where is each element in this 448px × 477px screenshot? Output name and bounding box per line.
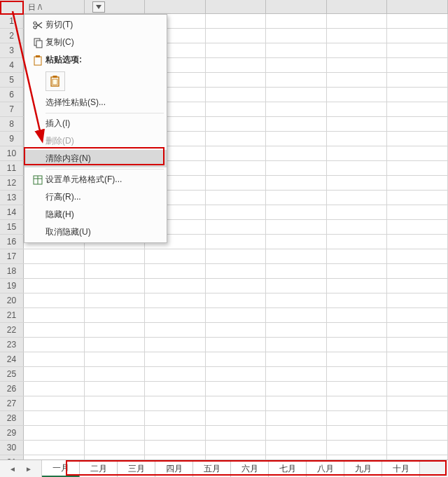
cell[interactable]: [327, 117, 388, 131]
cell[interactable]: [387, 102, 448, 116]
cell[interactable]: [206, 367, 267, 381]
row-header[interactable]: 12: [0, 176, 24, 190]
row-header[interactable]: 14: [0, 205, 24, 219]
cell[interactable]: [387, 279, 448, 293]
row-header[interactable]: 25: [0, 367, 24, 381]
cell[interactable]: [266, 146, 327, 160]
row-header[interactable]: 15: [0, 220, 24, 234]
cell[interactable]: [387, 220, 448, 234]
cell[interactable]: [85, 264, 146, 278]
menu-format-cells[interactable]: 设置单元格格式(F)...: [24, 171, 167, 188]
sheet-tab[interactable]: 一月: [42, 460, 80, 477]
select-all-corner[interactable]: [0, 0, 24, 14]
cell[interactable]: [266, 426, 327, 440]
cell[interactable]: [327, 264, 388, 278]
cell[interactable]: [387, 249, 448, 263]
menu-paste-special[interactable]: 选择性粘贴(S)...: [24, 94, 167, 111]
cell[interactable]: [387, 161, 448, 175]
menu-cut[interactable]: 剪切(T): [24, 16, 167, 34]
cell[interactable]: [85, 382, 146, 396]
sheet-tab[interactable]: 六月: [231, 460, 269, 477]
sheet-tab[interactable]: 三月: [118, 460, 155, 477]
cell[interactable]: [206, 58, 267, 72]
row-header[interactable]: 23: [0, 338, 24, 352]
cell[interactable]: [206, 102, 267, 116]
cell[interactable]: [266, 29, 327, 43]
cell[interactable]: [387, 14, 448, 28]
cell[interactable]: [206, 132, 267, 146]
cell[interactable]: [387, 117, 448, 131]
cell[interactable]: [24, 396, 85, 410]
row-header[interactable]: 26: [0, 382, 24, 396]
cell[interactable]: [266, 338, 327, 352]
cell[interactable]: [327, 88, 388, 102]
cell[interactable]: [24, 264, 85, 278]
cell[interactable]: [327, 308, 388, 322]
cell[interactable]: [387, 338, 448, 352]
cell[interactable]: [206, 235, 267, 249]
sheet-tab[interactable]: 五月: [193, 460, 231, 477]
cell[interactable]: [266, 73, 327, 87]
cell[interactable]: [145, 249, 206, 263]
cell[interactable]: [327, 73, 388, 87]
cell[interactable]: [206, 352, 267, 366]
cell[interactable]: [266, 235, 327, 249]
menu-clear-contents[interactable]: 清除内容(N): [24, 150, 167, 167]
cell[interactable]: [387, 146, 448, 160]
cell[interactable]: [206, 88, 267, 102]
cell[interactable]: [206, 73, 267, 87]
cell[interactable]: [266, 411, 327, 425]
cell[interactable]: [24, 249, 85, 263]
cell[interactable]: [145, 308, 206, 322]
cell[interactable]: [327, 382, 388, 396]
cell[interactable]: [206, 308, 267, 322]
cell[interactable]: [387, 323, 448, 337]
cell[interactable]: [327, 29, 388, 43]
cell[interactable]: [387, 352, 448, 366]
cell[interactable]: [266, 43, 327, 57]
row-header[interactable]: 17: [0, 249, 24, 263]
cell[interactable]: [85, 367, 146, 381]
cell[interactable]: [206, 191, 267, 205]
col-header-g[interactable]: [387, 0, 448, 13]
cell[interactable]: [24, 426, 85, 440]
cell[interactable]: [85, 308, 146, 322]
cell[interactable]: [206, 441, 267, 455]
cell[interactable]: [266, 176, 327, 190]
cell[interactable]: [145, 293, 206, 307]
cell[interactable]: [327, 14, 388, 28]
cell[interactable]: [85, 249, 146, 263]
col-header-d[interactable]: [206, 0, 267, 13]
row-header[interactable]: 4: [0, 58, 24, 72]
cell[interactable]: [24, 338, 85, 352]
cell[interactable]: [266, 396, 327, 410]
cell[interactable]: [145, 441, 206, 455]
cell[interactable]: [387, 264, 448, 278]
row-header[interactable]: 22: [0, 323, 24, 337]
sheet-tab[interactable]: 二月: [80, 460, 118, 477]
cell[interactable]: [206, 426, 267, 440]
cell[interactable]: [327, 146, 388, 160]
row-header[interactable]: 11: [0, 161, 24, 175]
cell[interactable]: [24, 411, 85, 425]
cell[interactable]: [387, 426, 448, 440]
cell[interactable]: [206, 382, 267, 396]
cell[interactable]: [387, 43, 448, 57]
cell[interactable]: [24, 441, 85, 455]
cell[interactable]: [266, 367, 327, 381]
cell[interactable]: [387, 205, 448, 219]
cell[interactable]: [266, 220, 327, 234]
col-header-f[interactable]: [327, 0, 388, 13]
cell[interactable]: [387, 73, 448, 87]
row-header[interactable]: 8: [0, 117, 24, 131]
cell[interactable]: [266, 191, 327, 205]
cell[interactable]: [266, 382, 327, 396]
cell[interactable]: [145, 352, 206, 366]
cell[interactable]: [206, 117, 267, 131]
cell[interactable]: [206, 396, 267, 410]
row-header[interactable]: 3: [0, 43, 24, 57]
cell[interactable]: [145, 411, 206, 425]
cell[interactable]: [206, 249, 267, 263]
row-header[interactable]: 1: [0, 14, 24, 28]
cell[interactable]: [145, 279, 206, 293]
